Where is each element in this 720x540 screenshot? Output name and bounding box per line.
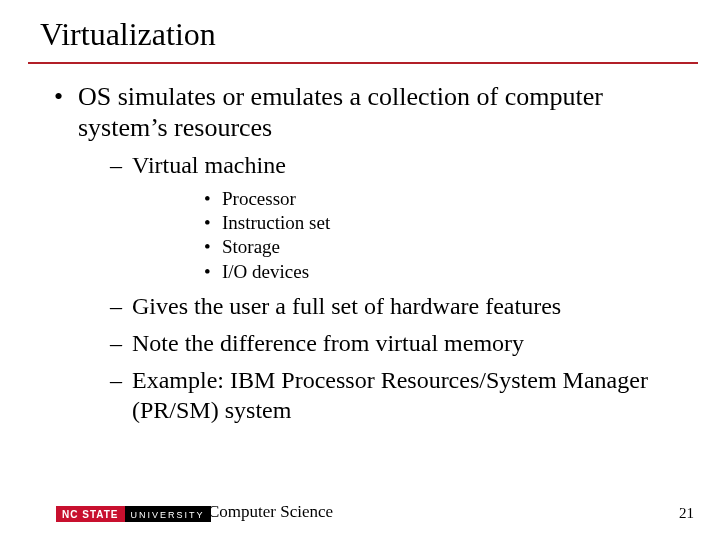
slide-body: • OS simulates or emulates a collection … [54,82,680,435]
bullet-level1: • OS simulates or emulates a collection … [54,82,680,425]
vm-item: Instruction set [222,212,330,233]
logo-red-block: NC STATE [56,506,125,522]
bullet-level3-group: • Processor • Instruction set • Storage … [204,187,680,284]
ncsu-logo: NC STATE UNIVERSITY [56,506,211,522]
example-text: Example: IBM Processor Resources/System … [132,367,648,422]
bullet-small-icon: • [204,187,211,211]
bullet-small-icon: • [204,211,211,235]
bullet-level3: • I/O devices [204,260,680,284]
dash-icon: – [110,366,122,395]
note-text: Note the difference from virtual memory [132,330,524,356]
bullet-level3: • Storage [204,235,680,259]
slide-footer: NC STATE UNIVERSITY Computer Science 21 [0,498,720,522]
slide-title: Virtualization [40,16,216,53]
gives-text: Gives the user a full set of hardware fe… [132,293,561,319]
vm-item: I/O devices [222,261,309,282]
department-label: Computer Science [208,502,333,522]
vm-item: Processor [222,188,296,209]
bullet-small-icon: • [204,260,211,284]
dash-icon: – [110,292,122,321]
dash-icon: – [110,329,122,358]
vm-label: Virtual machine [132,152,286,178]
bullet-level2: – Virtual machine • Processor • Instruct… [110,151,680,284]
dash-icon: – [110,151,122,180]
slide: Virtualization • OS simulates or emulate… [0,0,720,540]
vm-item: Storage [222,236,280,257]
bullet-level3: • Processor [204,187,680,211]
bullet-dot-icon: • [54,82,63,113]
bullet-level3: • Instruction set [204,211,680,235]
logo-black-block: UNIVERSITY [125,506,211,522]
bullet-level2: – Gives the user a full set of hardware … [110,292,680,321]
bullet-level2: – Note the difference from virtual memor… [110,329,680,358]
title-underline [28,62,698,64]
page-number: 21 [679,505,694,522]
main-point-text: OS simulates or emulates a collection of… [78,82,603,142]
bullet-level2: – Example: IBM Processor Resources/Syste… [110,366,680,425]
bullet-small-icon: • [204,235,211,259]
